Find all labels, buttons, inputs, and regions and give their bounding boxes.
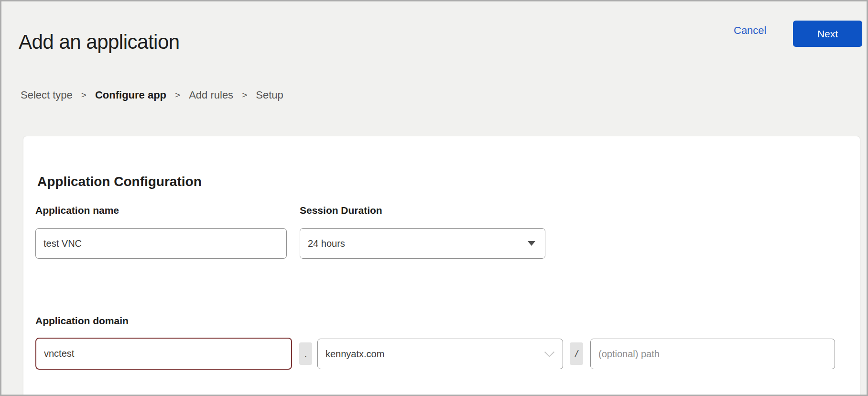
- path-input[interactable]: [590, 339, 835, 369]
- domain-select-value: kennyatx.com: [326, 349, 384, 360]
- domain-select[interactable]: kennyatx.com: [317, 339, 563, 369]
- next-button[interactable]: Next: [793, 21, 862, 47]
- breadcrumb: Select type > Configure app > Add rules …: [21, 89, 283, 101]
- triangle-down-icon: [528, 241, 535, 246]
- step-setup[interactable]: Setup: [256, 89, 283, 101]
- section-title: Application Configuration: [37, 174, 202, 189]
- session-duration-label: Session Duration: [300, 205, 382, 216]
- application-domain-label: Application domain: [35, 315, 129, 327]
- breadcrumb-separator: >: [242, 90, 247, 100]
- page-title: Add an application: [19, 31, 180, 54]
- application-configuration-card: Application Configuration Application na…: [23, 136, 860, 396]
- subdomain-input[interactable]: [35, 338, 292, 370]
- dot-separator: .: [299, 342, 312, 365]
- chevron-down-icon: [544, 347, 554, 357]
- step-add-rules[interactable]: Add rules: [189, 89, 233, 101]
- slash-separator: /: [570, 342, 583, 365]
- session-duration-select[interactable]: 24 hours: [300, 228, 545, 259]
- breadcrumb-separator: >: [81, 90, 87, 100]
- cancel-button[interactable]: Cancel: [734, 24, 766, 37]
- breadcrumb-separator: >: [175, 90, 180, 100]
- session-duration-value: 24 hours: [308, 238, 345, 249]
- step-configure-app[interactable]: Configure app: [95, 89, 166, 101]
- application-name-label: Application name: [35, 205, 119, 216]
- application-name-input[interactable]: [35, 228, 287, 259]
- add-application-page: Add an application Cancel Next Select ty…: [0, 0, 868, 396]
- step-select-type[interactable]: Select type: [21, 89, 73, 101]
